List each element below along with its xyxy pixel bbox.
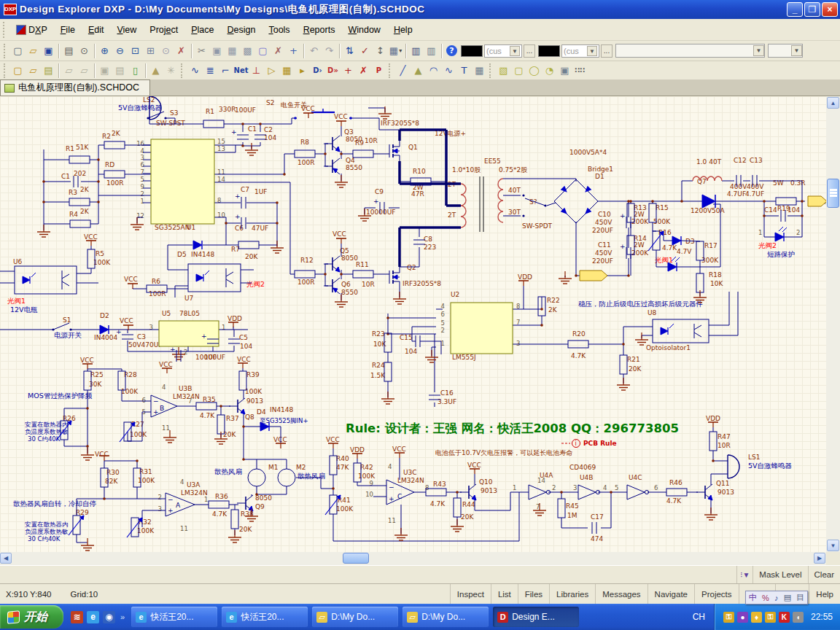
print-icon[interactable]: ▤: [61, 43, 77, 58]
toolbar1-grip[interactable]: [4, 44, 8, 58]
library-list-icon[interactable]: ▥: [424, 43, 439, 58]
toolbar-grip[interactable]: [389, 63, 393, 78]
doc-gray-1-icon[interactable]: ▱: [61, 63, 77, 78]
toolbar2-grip[interactable]: [4, 63, 8, 78]
scroll-right-button[interactable]: ▶: [814, 553, 825, 564]
menu-file[interactable]: File: [54, 22, 82, 38]
draw-line-icon[interactable]: ╱: [395, 63, 411, 78]
cut-icon[interactable]: ✂: [194, 43, 209, 58]
tray-icon-0[interactable]: ⚿: [723, 612, 734, 623]
quick-launch-icon-2[interactable]: ◉: [103, 611, 115, 623]
quick-launch-icon-1[interactable]: e: [87, 611, 99, 623]
new-document-icon[interactable]: ▢: [10, 43, 26, 58]
minimize-button[interactable]: _: [787, 2, 803, 17]
doc-gray-3-icon[interactable]: ▤: [112, 63, 128, 78]
ime-icon-3[interactable]: ▤: [784, 593, 791, 602]
place-bus-icon[interactable]: ≣: [203, 63, 218, 78]
language-bar[interactable]: 中%♪▤目: [745, 591, 808, 604]
cross-probe-icon[interactable]: ✗: [174, 43, 189, 58]
tray-icon-3[interactable]: ⚿: [765, 612, 776, 623]
panel-tab-messages[interactable]: Messages: [595, 584, 647, 604]
menu-tools[interactable]: Tools: [262, 22, 296, 38]
vertical-scrollbar[interactable]: ▲ ▼: [826, 96, 840, 552]
renumber-icon[interactable]: ↕: [373, 43, 388, 58]
paste-array-icon[interactable]: ▩: [240, 43, 255, 58]
document-tab[interactable]: 电鱼机原理图(自制).SCHDOC: [0, 79, 150, 96]
menu-window[interactable]: Window: [341, 22, 386, 38]
menu-help[interactable]: Help: [387, 22, 419, 38]
menu-reports[interactable]: Reports: [297, 22, 342, 38]
copy-icon[interactable]: ▣: [209, 43, 225, 58]
panel-tab-libraries[interactable]: Libraries: [549, 584, 595, 604]
taskbar-window-3[interactable]: ▱D:\My Do...: [402, 607, 489, 627]
no-erc-icon[interactable]: ✗: [356, 63, 371, 78]
restore-button[interactable]: ❐: [804, 2, 820, 17]
zoom-out-icon[interactable]: ⊖: [112, 43, 128, 58]
ime-icon-1[interactable]: %: [762, 594, 769, 602]
help-icon[interactable]: ?: [444, 43, 459, 58]
taskbar-window-0[interactable]: e快活王20...: [131, 607, 217, 627]
place-polyline-icon[interactable]: ⌐: [218, 63, 233, 78]
new-schematic-icon[interactable]: ▢: [10, 63, 26, 78]
color-swatch-2[interactable]: [538, 45, 560, 57]
tray-icon-1[interactable]: ●: [737, 612, 748, 623]
deselect-icon[interactable]: ✗: [271, 43, 286, 58]
zoom-selection-icon[interactable]: ⊙: [158, 43, 174, 58]
taskbar-window-1[interactable]: e快活王20...: [222, 607, 308, 627]
zoom-area-icon[interactable]: ⊡: [128, 43, 143, 58]
panel-tab-list[interactable]: List: [491, 584, 518, 604]
menu-place[interactable]: Place: [184, 22, 220, 38]
place-sheet-symbol-icon[interactable]: ▦: [279, 63, 295, 78]
toolbar-grip[interactable]: [181, 63, 185, 78]
scroll-up-button[interactable]: ▲: [827, 97, 839, 109]
save-document-icon[interactable]: ▣: [41, 43, 56, 58]
move-icon[interactable]: +: [286, 43, 301, 58]
import-icon[interactable]: ▲: [148, 63, 163, 78]
ellipse-icon[interactable]: ◯: [526, 63, 542, 78]
place-net-label-icon[interactable]: Net: [233, 63, 249, 78]
ime-icon-2[interactable]: ♪: [774, 594, 779, 602]
color-more-button-2[interactable]: ...: [601, 44, 612, 58]
ime-icon-4[interactable]: 目: [796, 592, 804, 603]
language-indicator[interactable]: CH: [687, 612, 711, 622]
color-combo-1[interactable]: (cus▼: [484, 44, 522, 58]
paste-icon[interactable]: ▦: [225, 43, 240, 58]
array-paste-icon[interactable]: ∷∷: [572, 63, 588, 78]
color-combo-2[interactable]: (cus▼: [561, 44, 599, 58]
schematic-canvas[interactable]: LS25V自激蜂鸣器S3SW-SPSTR151KR22KRD100RC1202R…: [0, 96, 826, 552]
clear-button[interactable]: Clear: [808, 566, 840, 584]
place-junction-icon[interactable]: +: [341, 63, 356, 78]
panel-tab-inspect[interactable]: Inspect: [450, 584, 491, 604]
doc-green-icon[interactable]: ▯: [128, 63, 143, 78]
place-sheet-entry-icon[interactable]: ▸: [295, 63, 310, 78]
ime-icon-0[interactable]: 中: [749, 592, 757, 603]
panel-tab-projects[interactable]: Projects: [694, 584, 739, 604]
place-part-icon[interactable]: D›: [310, 63, 325, 78]
redo-icon[interactable]: ↷: [322, 43, 337, 58]
start-button[interactable]: 开始: [0, 605, 63, 629]
place-gnd-icon[interactable]: ⊥: [249, 63, 264, 78]
pcb-rule-icon[interactable]: P: [371, 63, 386, 78]
zoom-document-icon[interactable]: ⊞: [143, 43, 158, 58]
place-port-icon[interactable]: ▷: [264, 63, 279, 78]
quick-launch-chevron[interactable]: »: [119, 612, 125, 621]
taskbar-window-4[interactable]: DDesign E...: [493, 607, 579, 627]
horizontal-scrollbar[interactable]: ◀ ▶: [0, 552, 826, 565]
fill-rect-icon[interactable]: ▧: [496, 63, 511, 78]
browse-library-icon[interactable]: ▥: [408, 43, 424, 58]
panel-tab-files[interactable]: Files: [518, 584, 549, 604]
open-document-icon[interactable]: ▱: [26, 43, 41, 58]
round-rect-icon[interactable]: ▢: [511, 63, 526, 78]
zoom-in-icon[interactable]: ⊕: [97, 43, 112, 58]
grid-settings-icon[interactable]: ▦▾: [388, 43, 403, 58]
menu-edit[interactable]: Edit: [82, 22, 111, 38]
select-area-icon[interactable]: ▢: [255, 43, 271, 58]
selection-combo[interactable]: ▼: [615, 44, 765, 58]
quick-launch-icon-0[interactable]: ≋: [71, 611, 83, 623]
wizard-icon[interactable]: ✳: [163, 63, 179, 78]
menu-project[interactable]: Project: [143, 22, 184, 38]
tray-icon-2[interactable]: ♦: [751, 612, 762, 623]
doc-gray-2-icon[interactable]: ▱: [77, 63, 92, 78]
menu-grip[interactable]: [3, 22, 7, 38]
color-swatch-1[interactable]: [461, 45, 483, 57]
